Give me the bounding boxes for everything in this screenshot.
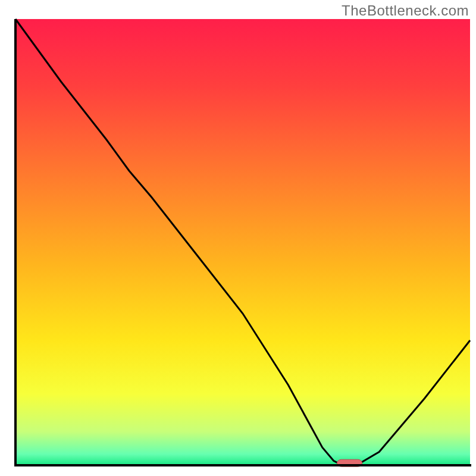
x-axis-line bbox=[14, 464, 471, 466]
chart-frame: TheBottleneck.com bbox=[0, 0, 476, 476]
gradient-background bbox=[15, 19, 470, 465]
optimum-marker bbox=[337, 459, 362, 466]
chart-svg bbox=[0, 0, 476, 476]
y-axis-line bbox=[14, 19, 17, 466]
bottleneck-curve bbox=[15, 19, 470, 465]
watermark-text: TheBottleneck.com bbox=[342, 2, 469, 19]
